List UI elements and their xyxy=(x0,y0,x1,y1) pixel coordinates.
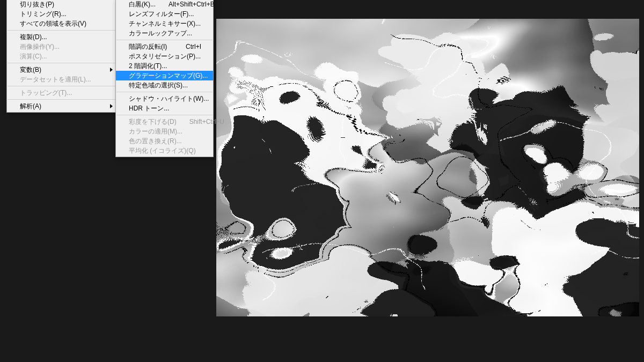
menu-item[interactable]: 特定色域の選択(S)... xyxy=(116,80,213,90)
menu-item-label: カラールックアップ... xyxy=(129,29,201,38)
menu-separator xyxy=(116,40,213,40)
menu-item[interactable]: すべての領域を表示(V) xyxy=(7,19,116,28)
menu-item-label: 切り抜き(P) xyxy=(20,0,104,9)
menu-item: 彩度を下げる(D)Shift+Ctrl+U xyxy=(116,117,213,127)
menu-item-shortcut: Ctrl+I xyxy=(186,43,201,50)
menu-item: カラーの適用(M)... xyxy=(116,127,213,136)
menu-item-label: すべての領域を表示(V) xyxy=(20,19,104,28)
image-menu[interactable]: 切り抜き(P)トリミング(R)...すべての領域を表示(V)複製(D)...画像… xyxy=(6,0,116,113)
menu-separator xyxy=(8,86,115,86)
artwork-liquid-swirl xyxy=(216,19,639,316)
menu-item: トラッピング(T)... xyxy=(7,88,116,98)
menu-item-label: 階調の反転(I) xyxy=(129,42,173,51)
menu-item[interactable]: 変数(B) xyxy=(7,65,116,75)
menu-item[interactable]: 複製(D)... xyxy=(7,32,116,42)
menu-item: 平均化 (イコライズ)(Q) xyxy=(116,146,213,156)
menu-item[interactable]: シャドウ・ハイライト(W)... xyxy=(116,94,213,104)
menu-separator xyxy=(8,63,115,63)
menu-item[interactable]: グラデーションマップ(G)... xyxy=(116,71,213,80)
app-workspace: 切り抜き(P)トリミング(R)...すべての領域を表示(V)複製(D)...画像… xyxy=(0,0,644,362)
menu-item-label: 特定色域の選択(S)... xyxy=(129,81,201,90)
menu-item-label: チャンネルミキサー(X)... xyxy=(129,19,201,28)
menu-item: 色の置き換え(R)... xyxy=(116,136,213,146)
document-canvas[interactable] xyxy=(216,19,639,316)
menu-item[interactable]: トリミング(R)... xyxy=(7,9,116,19)
menu-item-label: HDR トーン... xyxy=(129,104,201,113)
menu-item[interactable]: HDR トーン... xyxy=(116,104,213,113)
menu-item[interactable]: レンズフィルター(F)... xyxy=(116,9,213,19)
menu-item[interactable]: 切り抜き(P) xyxy=(7,0,116,9)
menu-item-label: シャドウ・ハイライト(W)... xyxy=(129,94,209,104)
menu-item-label: カラーの適用(M)... xyxy=(129,127,201,136)
menu-item: 演算(C)... xyxy=(7,51,116,61)
menu-item-label: トラッピング(T)... xyxy=(20,88,104,98)
menu-item-label: 複製(D)... xyxy=(20,33,104,42)
submenu-arrow-icon xyxy=(110,68,113,72)
menu-item-shortcut: Alt+Shift+Ctrl+B xyxy=(169,1,215,8)
menu-item-label: ポスタリゼーション(P)... xyxy=(129,52,201,61)
menu-item[interactable]: チャンネルミキサー(X)... xyxy=(116,19,213,28)
menu-item-label: グラデーションマップ(G)... xyxy=(129,71,208,80)
menu-item[interactable]: 白黒(K)...Alt+Shift+Ctrl+B xyxy=(116,0,213,9)
menu-item-label: 彩度を下げる(D) xyxy=(129,117,177,127)
menu-item-label: 解析(A) xyxy=(20,102,104,111)
menu-separator xyxy=(116,92,213,92)
menu-item-label: 平均化 (イコライズ)(Q) xyxy=(129,146,201,156)
menu-item[interactable]: ポスタリゼーション(P)... xyxy=(116,51,213,61)
menu-item[interactable]: 解析(A) xyxy=(7,101,116,111)
menu-item-label: 白黒(K)... xyxy=(129,0,156,9)
menu-separator xyxy=(8,30,115,31)
menu-item[interactable]: 2 階調化(T)... xyxy=(116,61,213,71)
menu-separator xyxy=(8,99,115,100)
menu-item: 画像操作(Y)... xyxy=(7,42,116,51)
submenu-arrow-icon xyxy=(110,104,113,108)
menu-item-label: トリミング(R)... xyxy=(20,10,104,19)
menu-item-label: 画像操作(Y)... xyxy=(20,42,104,51)
menu-item-shortcut: Shift+Ctrl+U xyxy=(189,118,224,125)
menu-item: データセットを適用(L)... xyxy=(7,75,116,84)
menu-item-label: レンズフィルター(F)... xyxy=(129,10,201,19)
menu-item-label: 2 階調化(T)... xyxy=(129,62,201,71)
menu-separator xyxy=(116,115,213,115)
adjustments-submenu[interactable]: 白黒(K)...Alt+Shift+Ctrl+Bレンズフィルター(F)...チャ… xyxy=(115,0,214,157)
menu-item-label: データセットを適用(L)... xyxy=(20,75,104,84)
menu-item-label: 変数(B) xyxy=(20,65,104,75)
menu-item[interactable]: 階調の反転(I)Ctrl+I xyxy=(116,42,213,51)
menu-item[interactable]: カラールックアップ... xyxy=(116,28,213,38)
menu-item-label: 演算(C)... xyxy=(20,52,104,61)
menu-item-label: 色の置き換え(R)... xyxy=(129,137,201,146)
